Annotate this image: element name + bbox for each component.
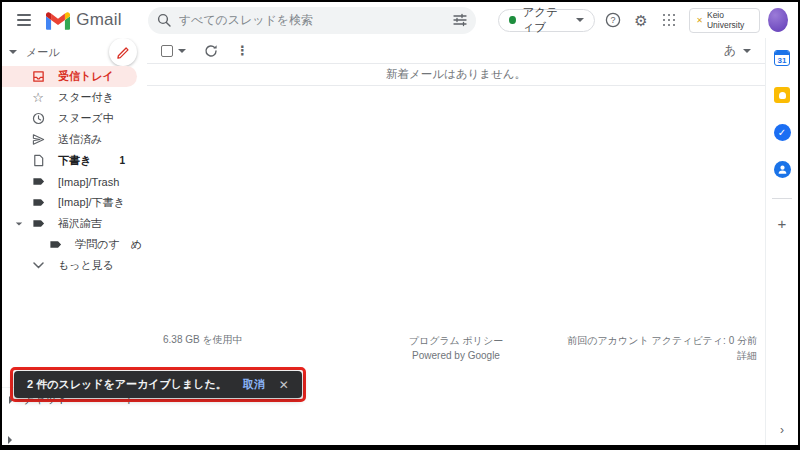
label-icon [49, 238, 62, 251]
sidebar-item-drafts[interactable]: 下書き 1 [2, 150, 137, 171]
sidebar-item-starred[interactable]: ☆ スター付き [2, 87, 137, 108]
chevron-down-icon [743, 49, 751, 53]
chevron-down-icon[interactable] [16, 222, 22, 225]
svg-text:?: ? [610, 15, 615, 25]
help-icon[interactable]: ? [603, 8, 623, 32]
search-input[interactable] [179, 13, 454, 27]
organization-name: Keio University [707, 10, 753, 30]
gear-icon[interactable]: ⚙ [631, 8, 651, 32]
archive-toast: 2 件のスレッドをアーカイブしました。 取消 ✕ [14, 371, 302, 398]
annotation-highlight-box: 2 件のスレッドをアーカイブしました。 取消 ✕ [10, 367, 306, 402]
contacts-icon[interactable] [773, 160, 791, 178]
send-icon [31, 133, 45, 146]
gmail-logo[interactable]: Gmail [46, 10, 121, 30]
label-icon [31, 196, 45, 209]
refresh-button[interactable] [204, 44, 218, 58]
top-bar: Gmail アクティブ ? [2, 2, 798, 38]
sidebar-item-imap-drafts[interactable]: [Imap]/下書き [2, 192, 137, 213]
compose-button[interactable] [109, 38, 137, 66]
chevron-right-icon[interactable] [8, 436, 12, 444]
get-addons-button[interactable]: + [778, 215, 787, 232]
drafts-count: 1 [119, 155, 137, 166]
chevron-down-icon [576, 18, 584, 22]
mail-section-label: メール [26, 45, 60, 60]
account-avatar[interactable] [768, 8, 788, 32]
status-dot-icon [509, 16, 515, 24]
details-link[interactable]: 詳細 [567, 348, 757, 363]
tune-icon[interactable] [453, 13, 467, 27]
sidebar-mail-section[interactable]: メール [2, 38, 147, 66]
side-panel: 31 ✓ + › [765, 38, 798, 445]
hamburger-menu-icon[interactable] [17, 14, 31, 26]
search-icon [157, 13, 171, 27]
keep-icon[interactable] [773, 86, 791, 104]
toast-message: 2 件のスレッドをアーカイブしました。 [27, 377, 227, 392]
draft-icon [31, 154, 45, 167]
chevron-down-icon [9, 50, 17, 54]
inbox-icon [31, 70, 45, 83]
star-icon: ☆ [31, 91, 45, 104]
show-side-panel-button[interactable]: › [766, 423, 798, 437]
clock-icon [31, 112, 45, 125]
list-toolbar: ⋮ あ [147, 38, 765, 64]
apps-grid-icon[interactable] [659, 8, 679, 32]
gmail-window: Gmail アクティブ ? [0, 0, 800, 450]
sidebar-item-inbox[interactable]: 受信トレイ [2, 66, 137, 87]
undo-button[interactable]: 取消 [243, 377, 265, 392]
keio-crest-icon: ✕ [696, 16, 703, 25]
status-label: アクティブ [523, 5, 569, 35]
gmail-m-icon [46, 11, 70, 30]
last-account-activity: 前回のアカウント アクティビティ: 0 分前 [567, 333, 757, 348]
chat-status-chip[interactable]: アクティブ [498, 9, 595, 32]
empty-inbox-banner: 新着メールはありません。 [147, 64, 765, 86]
organization-badge[interactable]: ✕ Keio University [689, 8, 760, 33]
chevron-down-icon[interactable] [178, 49, 186, 53]
sidebar-item-more[interactable]: もっと見る [2, 255, 137, 276]
empty-inbox-message: 新着メールはありません。 [386, 67, 526, 82]
label-icon [31, 175, 45, 188]
chevron-down-icon [31, 262, 45, 269]
pencil-icon [117, 46, 130, 59]
sidebar-item-imap-trash[interactable]: [Imap]/Trash [2, 171, 137, 192]
side-panel-divider [772, 198, 792, 199]
calendar-icon[interactable]: 31 [773, 49, 791, 67]
select-checkbox[interactable] [161, 45, 173, 57]
label-icon [31, 217, 45, 230]
close-icon[interactable]: ✕ [279, 378, 289, 392]
sidebar-item-snoozed[interactable]: スヌーズ中 [2, 108, 137, 129]
select-all-control[interactable] [161, 45, 186, 57]
gmail-logo-text: Gmail [76, 10, 121, 30]
more-vert-icon[interactable]: ⋮ [236, 43, 249, 58]
sidebar-item-label-fukuzawa[interactable]: 福沢諭吉 [2, 213, 137, 234]
sidebar-item-label-gakumon[interactable]: 学問のすゝめ [2, 234, 137, 255]
sidebar-item-sent[interactable]: 送信済み [2, 129, 137, 150]
search-bar[interactable] [148, 7, 477, 34]
tasks-icon[interactable]: ✓ [773, 123, 791, 141]
input-tools-button[interactable]: あ [724, 42, 751, 59]
